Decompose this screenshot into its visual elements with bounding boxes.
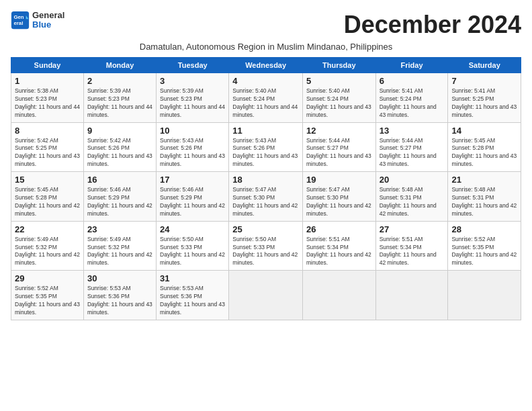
day-info: Sunrise: 5:49 AMSunset: 5:32 PMDaylight:…: [15, 236, 80, 268]
day-info: Sunrise: 5:50 AMSunset: 5:33 PMDaylight:…: [160, 236, 225, 268]
calendar-cell: 28 Sunrise: 5:52 AMSunset: 5:35 PMDaylig…: [448, 221, 521, 271]
day-number: 13: [380, 126, 445, 136]
day-info: Sunrise: 5:50 AMSunset: 5:33 PMDaylight:…: [232, 236, 299, 268]
col-header-monday: Monday: [83, 58, 156, 73]
calendar-cell: 6 Sunrise: 5:41 AMSunset: 5:24 PMDayligh…: [375, 73, 448, 123]
day-info: Sunrise: 5:46 AMSunset: 5:29 PMDaylight:…: [160, 186, 225, 218]
day-info: Sunrise: 5:43 AMSunset: 5:26 PMDaylight:…: [232, 137, 299, 169]
day-number: 24: [160, 224, 225, 234]
day-info: Sunrise: 5:38 AMSunset: 5:23 PMDaylight:…: [15, 87, 80, 120]
calendar-cell: 29 Sunrise: 5:52 AMSunset: 5:35 PMDaylig…: [11, 271, 84, 320]
col-header-thursday: Thursday: [302, 58, 375, 73]
calendar-cell: 10 Sunrise: 5:43 AMSunset: 5:26 PMDaylig…: [157, 122, 229, 172]
day-info: Sunrise: 5:45 AMSunset: 5:28 PMDaylight:…: [15, 186, 80, 218]
calendar-cell: 31 Sunrise: 5:53 AMSunset: 5:36 PMDaylig…: [157, 271, 229, 320]
day-info: Sunrise: 5:48 AMSunset: 5:31 PMDaylight:…: [451, 186, 517, 218]
day-info: Sunrise: 5:53 AMSunset: 5:36 PMDaylight:…: [160, 285, 225, 317]
day-info: Sunrise: 5:52 AMSunset: 5:35 PMDaylight:…: [15, 285, 80, 317]
day-number: 9: [87, 126, 152, 136]
calendar-cell: 20 Sunrise: 5:48 AMSunset: 5:31 PMDaylig…: [375, 172, 448, 222]
calendar-cell: 8 Sunrise: 5:42 AMSunset: 5:25 PMDayligh…: [11, 122, 84, 172]
day-number: 25: [232, 224, 299, 234]
day-info: Sunrise: 5:41 AMSunset: 5:25 PMDaylight:…: [451, 87, 517, 120]
day-number: 11: [232, 126, 299, 136]
header: Gen eral General Blue December 2024: [11, 11, 521, 39]
col-header-saturday: Saturday: [448, 58, 521, 73]
day-number: 6: [380, 76, 445, 86]
calendar-cell: 7 Sunrise: 5:41 AMSunset: 5:25 PMDayligh…: [448, 73, 521, 123]
col-header-friday: Friday: [375, 58, 448, 73]
day-number: 16: [87, 175, 152, 185]
logo-text: General Blue: [32, 11, 64, 30]
day-info: Sunrise: 5:53 AMSunset: 5:36 PMDaylight:…: [87, 285, 152, 317]
calendar-cell: 9 Sunrise: 5:42 AMSunset: 5:26 PMDayligh…: [83, 122, 156, 172]
calendar-cell: 26 Sunrise: 5:51 AMSunset: 5:34 PMDaylig…: [302, 221, 375, 271]
day-number: 5: [306, 76, 372, 86]
day-number: 26: [306, 224, 372, 234]
day-number: 30: [87, 273, 152, 283]
day-number: 1: [15, 76, 80, 86]
day-info: Sunrise: 5:47 AMSunset: 5:30 PMDaylight:…: [306, 186, 372, 218]
calendar-cell: 27 Sunrise: 5:51 AMSunset: 5:34 PMDaylig…: [375, 221, 448, 271]
calendar-week-3: 15 Sunrise: 5:45 AMSunset: 5:28 PMDaylig…: [11, 172, 521, 222]
day-info: Sunrise: 5:39 AMSunset: 5:23 PMDaylight:…: [87, 87, 152, 120]
col-header-tuesday: Tuesday: [157, 58, 229, 73]
day-number: 28: [451, 224, 517, 234]
calendar-cell: [375, 271, 448, 320]
day-info: Sunrise: 5:44 AMSunset: 5:27 PMDaylight:…: [380, 137, 445, 169]
day-number: 27: [380, 224, 445, 234]
calendar-cell: 2 Sunrise: 5:39 AMSunset: 5:23 PMDayligh…: [83, 73, 156, 123]
day-number: 31: [160, 273, 225, 283]
day-info: Sunrise: 5:44 AMSunset: 5:27 PMDaylight:…: [306, 137, 372, 169]
day-number: 29: [15, 273, 80, 283]
col-header-wednesday: Wednesday: [229, 58, 303, 73]
logo-blue: Blue: [32, 20, 64, 30]
day-info: Sunrise: 5:51 AMSunset: 5:34 PMDaylight:…: [380, 236, 445, 268]
day-number: 4: [232, 76, 299, 86]
calendar-week-2: 8 Sunrise: 5:42 AMSunset: 5:25 PMDayligh…: [11, 122, 521, 172]
day-info: Sunrise: 5:47 AMSunset: 5:30 PMDaylight:…: [232, 186, 299, 218]
header-row: SundayMondayTuesdayWednesdayThursdayFrid…: [11, 58, 521, 73]
calendar-cell: 19 Sunrise: 5:47 AMSunset: 5:30 PMDaylig…: [302, 172, 375, 222]
day-info: Sunrise: 5:40 AMSunset: 5:24 PMDaylight:…: [232, 87, 299, 120]
day-number: 18: [232, 175, 299, 185]
calendar-cell: 14 Sunrise: 5:45 AMSunset: 5:28 PMDaylig…: [448, 122, 521, 172]
calendar-week-1: 1 Sunrise: 5:38 AMSunset: 5:23 PMDayligh…: [11, 73, 521, 123]
calendar-cell: [448, 271, 521, 320]
calendar-cell: [229, 271, 303, 320]
day-number: 17: [160, 175, 225, 185]
col-header-sunday: Sunday: [11, 58, 84, 73]
day-number: 7: [451, 76, 517, 86]
calendar-cell: 3 Sunrise: 5:39 AMSunset: 5:23 PMDayligh…: [157, 73, 229, 123]
day-number: 20: [380, 175, 445, 185]
day-number: 12: [306, 126, 372, 136]
calendar-cell: 12 Sunrise: 5:44 AMSunset: 5:27 PMDaylig…: [302, 122, 375, 172]
day-number: 3: [160, 76, 225, 86]
day-number: 8: [15, 126, 80, 136]
day-number: 22: [15, 224, 80, 234]
day-info: Sunrise: 5:45 AMSunset: 5:28 PMDaylight:…: [451, 137, 517, 169]
logo-general: General: [32, 11, 64, 20]
calendar-cell: 16 Sunrise: 5:46 AMSunset: 5:29 PMDaylig…: [83, 172, 156, 222]
calendar-cell: 5 Sunrise: 5:40 AMSunset: 5:24 PMDayligh…: [302, 73, 375, 123]
day-info: Sunrise: 5:42 AMSunset: 5:26 PMDaylight:…: [87, 137, 152, 169]
day-info: Sunrise: 5:41 AMSunset: 5:24 PMDaylight:…: [380, 87, 445, 120]
calendar-cell: [302, 271, 375, 320]
day-number: 19: [306, 175, 372, 185]
calendar-week-4: 22 Sunrise: 5:49 AMSunset: 5:32 PMDaylig…: [11, 221, 521, 271]
calendar-cell: 18 Sunrise: 5:47 AMSunset: 5:30 PMDaylig…: [229, 172, 303, 222]
calendar-cell: 13 Sunrise: 5:44 AMSunset: 5:27 PMDaylig…: [375, 122, 448, 172]
calendar-cell: 22 Sunrise: 5:49 AMSunset: 5:32 PMDaylig…: [11, 221, 84, 271]
day-info: Sunrise: 5:48 AMSunset: 5:31 PMDaylight:…: [380, 186, 445, 218]
day-number: 23: [87, 224, 152, 234]
day-info: Sunrise: 5:43 AMSunset: 5:26 PMDaylight:…: [160, 137, 225, 169]
day-info: Sunrise: 5:52 AMSunset: 5:35 PMDaylight:…: [451, 236, 517, 268]
day-info: Sunrise: 5:40 AMSunset: 5:24 PMDaylight:…: [306, 87, 372, 120]
calendar-cell: 23 Sunrise: 5:49 AMSunset: 5:32 PMDaylig…: [83, 221, 156, 271]
logo: Gen eral General Blue: [11, 11, 64, 30]
day-number: 14: [451, 126, 517, 136]
day-info: Sunrise: 5:46 AMSunset: 5:29 PMDaylight:…: [87, 186, 152, 218]
calendar-cell: 21 Sunrise: 5:48 AMSunset: 5:31 PMDaylig…: [448, 172, 521, 222]
calendar-week-5: 29 Sunrise: 5:52 AMSunset: 5:35 PMDaylig…: [11, 271, 521, 320]
calendar-cell: 1 Sunrise: 5:38 AMSunset: 5:23 PMDayligh…: [11, 73, 84, 123]
